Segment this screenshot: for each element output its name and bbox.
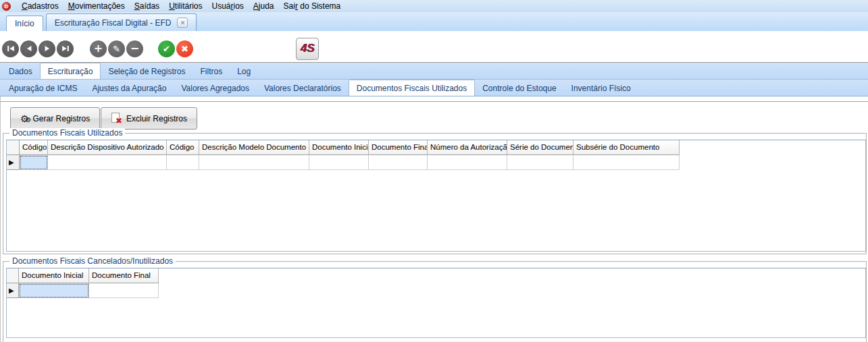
current-row-marker-icon: ▶ bbox=[9, 287, 14, 294]
app-window-icon: D bbox=[2, 2, 11, 11]
grid-documentos-fiscais-cancelados: Documento InicialDocumento Final▶ bbox=[6, 268, 866, 338]
tab-apuracao-de-icms[interactable]: Apuração de ICMS bbox=[1, 81, 84, 96]
column-header-documento-final[interactable]: Documento Final bbox=[369, 140, 428, 155]
table-row: ▶ bbox=[7, 283, 865, 298]
tab-controle-do-estoque[interactable]: Controle do Estoque bbox=[475, 81, 563, 96]
menu-item-usuarios[interactable]: Usuários bbox=[207, 1, 248, 11]
column-header-subserie-do-documento[interactable]: Subsérie do Documento bbox=[573, 140, 680, 155]
app-logo-button[interactable]: 4S bbox=[296, 38, 319, 60]
excluir-registros-button[interactable]: ✖ Excluir Registros bbox=[101, 107, 197, 130]
close-tab-icon[interactable]: ✕ bbox=[177, 18, 188, 28]
insert-record-icon[interactable]: + bbox=[90, 40, 107, 57]
actions-panel: ⚙⚙ Gerar Registros ✖ Excluir Registros bbox=[1, 101, 868, 133]
grid-cell[interactable] bbox=[19, 283, 89, 298]
column-header-documento-inicial[interactable]: Documento Inicial bbox=[19, 268, 89, 283]
row-selector-header bbox=[7, 268, 19, 283]
first-record-icon[interactable] bbox=[2, 40, 19, 57]
tab-content: ⚙⚙ Gerar Registros ✖ Excluir Registros D… bbox=[0, 96, 868, 342]
document-tabstrip: InícioEscrituração Fiscal Digital - EFD✕ bbox=[0, 12, 868, 31]
menu-item-sair-do-sistema[interactable]: Sair do Sistema bbox=[279, 1, 346, 11]
menubar: D CadastrosMovimentaçõesSaídasUtilitário… bbox=[0, 0, 868, 12]
tab-inventario-fisico[interactable]: Inventário Físico bbox=[564, 81, 638, 96]
grid-cell[interactable] bbox=[199, 155, 309, 170]
record-navigation-toolbar: +✎−✔✖ 4S bbox=[0, 31, 868, 63]
cancel-icon[interactable]: ✖ bbox=[176, 40, 193, 57]
grid-documentos-fiscais-utilizados: CódigoDescrição Dispositivo AutorizadoCó… bbox=[6, 140, 866, 252]
tab-selecao-de-registros[interactable]: Seleção de Registros bbox=[101, 64, 193, 79]
grid-cell[interactable] bbox=[20, 155, 48, 170]
page-tabs-level2: Apuração de ICMSAjustes da ApuraçãoValor… bbox=[0, 80, 868, 96]
row-selector-cell[interactable]: ▶ bbox=[7, 283, 19, 298]
column-header-serie-do-documento[interactable]: Série do Documento bbox=[507, 140, 573, 155]
document-tab-escrituracao-fiscal-digital-efd[interactable]: Escrituração Fiscal Digital - EFD✕ bbox=[46, 13, 197, 31]
grid-cell[interactable] bbox=[48, 155, 167, 170]
column-header-descricao-modelo-documento[interactable]: Descrição Modelo Documento bbox=[199, 140, 309, 155]
row-selector-header bbox=[7, 140, 20, 155]
page-tabs-level1: DadosEscrituraçãoSeleção de RegistrosFil… bbox=[0, 63, 868, 80]
column-header-numero-da-autorizacao[interactable]: Número da Autorização bbox=[428, 140, 507, 155]
gears-icon: ⚙⚙ bbox=[20, 114, 28, 123]
document-tab-label: Início bbox=[15, 19, 34, 28]
record-toolbar-buttons: +✎−✔✖ bbox=[2, 40, 195, 57]
gerar-registros-label: Gerar Registros bbox=[33, 114, 91, 123]
next-record-icon[interactable] bbox=[39, 40, 55, 57]
column-header-codigo[interactable]: Código bbox=[20, 140, 48, 155]
menu-item-movimentacoes[interactable]: Movimentações bbox=[63, 1, 130, 11]
grid-cell[interactable] bbox=[428, 155, 507, 170]
column-header-descricao-dispositivo-autorizado[interactable]: Descrição Dispositivo Autorizado bbox=[48, 140, 167, 155]
grid-header-row: Documento InicialDocumento Final bbox=[7, 268, 865, 283]
current-row-marker-icon: ▶ bbox=[9, 159, 14, 166]
tab-escrituracao[interactable]: Escrituração bbox=[40, 63, 101, 79]
tab-ajustes-da-apuracao[interactable]: Ajustes da Apuração bbox=[84, 81, 174, 96]
tab-filtros[interactable]: Filtros bbox=[193, 64, 230, 79]
tab-log[interactable]: Log bbox=[230, 64, 258, 79]
grid-cell[interactable] bbox=[573, 155, 680, 170]
grid-cell[interactable] bbox=[507, 155, 573, 170]
tab-dados[interactable]: Dados bbox=[1, 64, 40, 79]
column-header-codigo[interactable]: Código bbox=[167, 140, 199, 155]
menu-item-utilitarios[interactable]: Utilitários bbox=[164, 1, 207, 11]
row-selector-cell[interactable]: ▶ bbox=[7, 155, 20, 170]
document-tab-inicio[interactable]: Início bbox=[6, 16, 43, 31]
grid-cell[interactable] bbox=[167, 155, 199, 170]
last-record-icon[interactable] bbox=[57, 40, 74, 57]
grid-cell[interactable] bbox=[369, 155, 428, 170]
menu-item-saidas[interactable]: Saídas bbox=[130, 1, 164, 11]
delete-document-icon: ✖ bbox=[111, 113, 122, 124]
excluir-registros-label: Excluir Registros bbox=[126, 114, 187, 123]
menu-item-cadastros[interactable]: Cadastros bbox=[17, 1, 63, 11]
prior-record-icon[interactable] bbox=[20, 40, 37, 57]
tab-documentos-fiscais-utilizados[interactable]: Documentos Fiscais Utilizados bbox=[349, 80, 475, 96]
column-header-documento-inicial[interactable]: Documento Inicial bbox=[309, 140, 369, 155]
groupbox-title: Documentos Fiscais Cancelados/Inutilizad… bbox=[9, 256, 176, 266]
edit-record-icon[interactable]: ✎ bbox=[108, 40, 125, 57]
gerar-registros-button[interactable]: ⚙⚙ Gerar Registros bbox=[10, 107, 100, 130]
tab-valores-agregados[interactable]: Valores Agregados bbox=[174, 81, 257, 96]
groupbox-title: Documentos Fiscais Utilizados bbox=[9, 128, 125, 138]
delete-record-icon[interactable]: − bbox=[126, 40, 143, 57]
table-row: ▶ bbox=[7, 155, 865, 170]
confirm-icon[interactable]: ✔ bbox=[158, 40, 175, 57]
grid-cell[interactable] bbox=[309, 155, 369, 170]
grid-header-row: CódigoDescrição Dispositivo AutorizadoCó… bbox=[7, 140, 865, 155]
menubar-items: CadastrosMovimentaçõesSaídasUtilitáriosU… bbox=[17, 1, 345, 11]
menu-item-ajuda[interactable]: Ajuda bbox=[249, 1, 279, 11]
tab-valores-declaratorios[interactable]: Valores Declaratórios bbox=[257, 81, 349, 96]
document-tab-label: Escrituração Fiscal Digital - EFD bbox=[55, 18, 172, 28]
grid-cell[interactable] bbox=[89, 283, 159, 298]
column-header-documento-final[interactable]: Documento Final bbox=[89, 268, 159, 283]
